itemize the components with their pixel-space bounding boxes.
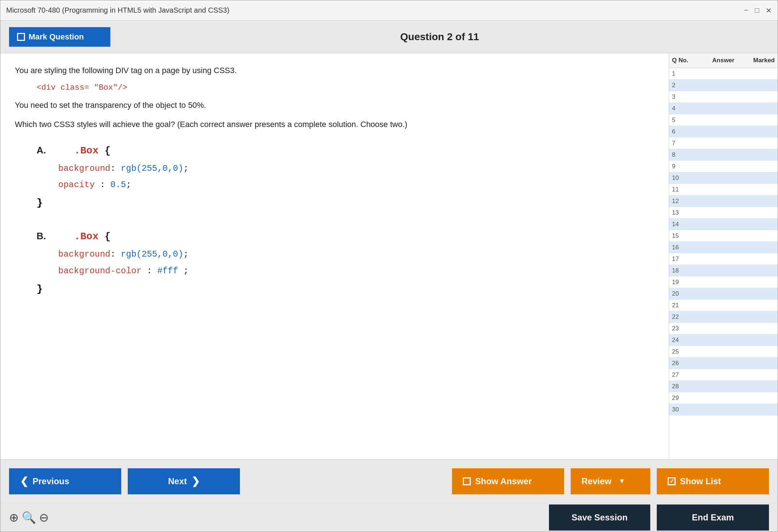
question-row[interactable]: 10	[669, 172, 778, 184]
question-row[interactable]: 24	[669, 334, 778, 346]
question-row[interactable]: 18	[669, 265, 778, 276]
answer-b: B. .Box { background: rgb(255,0,0); back…	[37, 227, 654, 299]
question-row[interactable]: 2	[669, 80, 778, 91]
save-session-button[interactable]: Save Session	[549, 504, 650, 531]
minimize-button[interactable]: −	[744, 6, 748, 15]
question-row[interactable]: 9	[669, 161, 778, 172]
question-number: 22	[672, 313, 701, 321]
window-controls: − □ ✕	[744, 6, 772, 15]
question-row[interactable]: 1	[669, 68, 778, 80]
question-row[interactable]: 20	[669, 288, 778, 300]
show-answer-label: Show Answer	[475, 476, 532, 486]
question-number: 30	[672, 406, 701, 413]
review-caret-icon: ▼	[619, 477, 625, 485]
zoom-out-button[interactable]: ⊖	[39, 511, 49, 524]
main-content: You are styling the following DIV tag on…	[0, 53, 778, 459]
question-number: 1	[672, 70, 701, 77]
mark-question-button[interactable]: Mark Question	[9, 27, 110, 47]
review-label: Review	[582, 476, 612, 486]
question-number: 5	[672, 117, 701, 124]
question-number: 20	[672, 290, 701, 297]
question-row[interactable]: 22	[669, 311, 778, 323]
question-list-scroll[interactable]: 1234567891011121314151617181920212223242…	[669, 68, 778, 459]
previous-button[interactable]: ❮ Previous	[9, 468, 121, 494]
question-row[interactable]: 8	[669, 149, 778, 161]
window-title: Microsoft 70-480 (Programming in HTML5 w…	[6, 6, 229, 14]
question-number: 19	[672, 279, 701, 286]
mark-checkbox-icon	[17, 33, 25, 41]
review-button[interactable]: Review ▼	[571, 468, 650, 494]
question-row[interactable]: 28	[669, 381, 778, 392]
question-number: 21	[672, 302, 701, 309]
end-exam-button[interactable]: End Exam	[657, 504, 769, 531]
question-number: 6	[672, 128, 701, 135]
bottom-nav-bar: ❮ Previous Next ❯ Show Answer Review ▼ ✓…	[0, 459, 778, 503]
zoom-reset-button[interactable]: 🔍	[22, 511, 36, 524]
next-label: Next	[168, 476, 187, 486]
question-row[interactable]: 3	[669, 91, 778, 103]
question-row[interactable]: 13	[669, 207, 778, 219]
maximize-button[interactable]: □	[755, 6, 759, 15]
question-number: 8	[672, 151, 701, 159]
question-area: You are styling the following DIV tag on…	[0, 53, 669, 459]
question-row[interactable]: 15	[669, 230, 778, 242]
previous-label: Previous	[33, 476, 69, 486]
question-row[interactable]: 17	[669, 253, 778, 265]
col-marked-header: Marked	[745, 57, 775, 64]
session-controls: Save Session End Exam	[549, 504, 769, 531]
question-row[interactable]: 23	[669, 323, 778, 334]
zoom-in-button[interactable]: ⊕	[9, 511, 19, 524]
question-row[interactable]: 11	[669, 184, 778, 195]
question-number: 15	[672, 232, 701, 240]
answer-a-code: background: rgb(255,0,0); opacity : 0.5;	[58, 160, 654, 193]
question-row[interactable]: 14	[669, 219, 778, 230]
bottom-row: ⊕ 🔍 ⊖ Save Session End Exam	[0, 503, 778, 532]
question-row[interactable]: 12	[669, 195, 778, 207]
question-number: 11	[672, 186, 701, 193]
title-bar: Microsoft 70-480 (Programming in HTML5 w…	[0, 0, 778, 21]
col-answer-header: Answer	[701, 57, 745, 64]
answer-a-close: }	[37, 193, 654, 212]
question-row[interactable]: 6	[669, 126, 778, 138]
question-number: 18	[672, 267, 701, 274]
question-row[interactable]: 30	[669, 404, 778, 415]
show-answer-checkbox-icon	[463, 477, 471, 485]
question-row[interactable]: 26	[669, 358, 778, 369]
header-bar: Mark Question Question 2 of 11	[0, 21, 778, 53]
question-row[interactable]: 21	[669, 300, 778, 311]
question-number: 28	[672, 383, 701, 390]
question-number: 26	[672, 360, 701, 367]
question-number: 12	[672, 198, 701, 205]
instruction2: Which two CSS3 styles will achieve the g…	[15, 118, 654, 131]
question-number: 4	[672, 105, 701, 112]
question-intro: You are styling the following DIV tag on…	[15, 64, 654, 77]
close-button[interactable]: ✕	[766, 6, 772, 15]
question-number: 9	[672, 163, 701, 170]
question-row[interactable]: 29	[669, 392, 778, 404]
answer-a-label: A.	[37, 145, 46, 156]
question-number: 3	[672, 93, 701, 101]
question-row[interactable]: 16	[669, 242, 778, 253]
question-row[interactable]: 5	[669, 114, 778, 126]
question-row[interactable]: 27	[669, 369, 778, 381]
side-panel: Q No. Answer Marked 12345678910111213141…	[669, 53, 778, 459]
question-number: 7	[672, 140, 701, 147]
question-number: 14	[672, 221, 701, 228]
answer-b-class: .Box {	[74, 227, 111, 246]
question-number: 16	[672, 244, 701, 251]
question-row[interactable]: 7	[669, 138, 778, 149]
question-row[interactable]: 25	[669, 346, 778, 358]
show-list-checkbox-icon: ✓	[668, 477, 676, 485]
question-row[interactable]: 19	[669, 276, 778, 288]
question-number: 24	[672, 337, 701, 344]
show-answer-button[interactable]: Show Answer	[452, 468, 564, 494]
zoom-controls: ⊕ 🔍 ⊖	[9, 511, 49, 524]
col-qno-header: Q No.	[672, 57, 701, 64]
next-button[interactable]: Next ❯	[128, 468, 240, 494]
show-list-button[interactable]: ✓ Show List	[657, 468, 769, 494]
main-window: Microsoft 70-480 (Programming in HTML5 w…	[0, 0, 778, 532]
side-panel-header: Q No. Answer Marked	[669, 53, 778, 68]
show-list-label: Show List	[680, 476, 721, 486]
question-row[interactable]: 4	[669, 103, 778, 114]
question-title: Question 2 of 11	[110, 31, 769, 43]
